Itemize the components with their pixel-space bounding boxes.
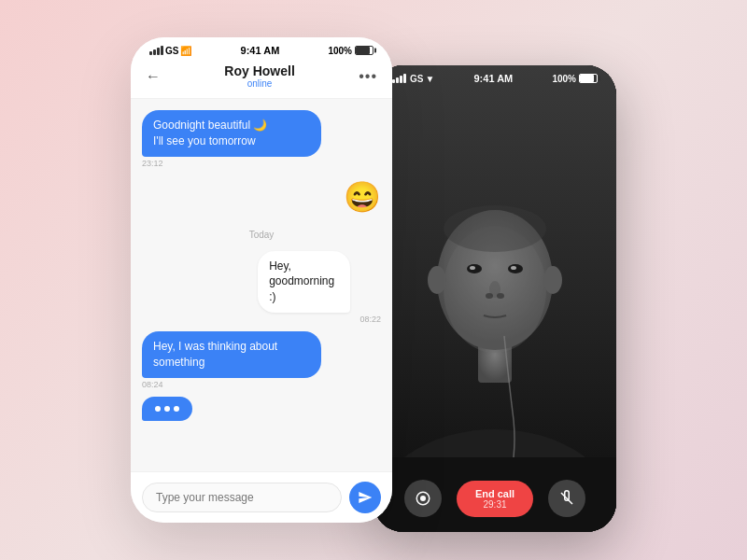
chat-header: ← Roy Howell online ••• <box>131 56 392 99</box>
person-video-svg <box>374 65 616 532</box>
message-timestamp-1: 23:12 <box>142 159 381 168</box>
end-call-label: End call <box>475 488 514 499</box>
typing-dot-1 <box>155 406 161 412</box>
typing-dot-3 <box>174 406 179 412</box>
video-signal-icon <box>392 74 406 83</box>
video-wifi-icon: ▼ <box>425 74 434 84</box>
message-bubble-sent-1: Goodnight beautiful 🌙I'll see you tomorr… <box>142 110 381 172</box>
camera-icon <box>415 490 431 507</box>
video-controls: End call 29:31 <box>374 480 616 517</box>
message-text-sent-2: Hey, I was thinking about something <box>142 331 321 378</box>
mute-icon <box>558 490 575 507</box>
chat-phone: GS 📶 9:41 AM 100% ← Roy Howell online ••… <box>131 37 392 523</box>
svg-point-15 <box>543 266 562 294</box>
wifi-icon: 📶 <box>180 46 191 56</box>
chat-messages: Goodnight beautiful 🌙I'll see you tomorr… <box>131 99 392 471</box>
video-battery-percent: 100% <box>552 74 576 84</box>
video-network-label: GS <box>410 74 423 84</box>
svg-point-16 <box>444 205 546 252</box>
chat-status-bar: GS 📶 9:41 AM 100% <box>131 37 392 56</box>
message-text-received-1: Hey, goodmorning :) <box>258 251 350 313</box>
typing-indicator <box>142 397 192 421</box>
video-status-bar: GS ▼ 9:41 AM 100% <box>374 65 616 91</box>
svg-point-18 <box>420 496 426 501</box>
battery-fill <box>356 47 370 54</box>
emoji-reaction: 😄 <box>344 179 381 215</box>
message-timestamp-sent-2: 08:24 <box>142 380 381 389</box>
send-icon <box>358 490 373 505</box>
status-right: 100% <box>328 46 374 56</box>
svg-point-13 <box>497 293 504 299</box>
video-battery-fill <box>580 75 594 82</box>
message-text-sent-1: Goodnight beautiful 🌙I'll see you tomorr… <box>142 110 321 157</box>
typing-dot-2 <box>164 406 170 412</box>
video-status-time: 9:41 AM <box>474 73 514 84</box>
contact-status: online <box>224 78 294 89</box>
message-bubble-received-1: Hey, goodmorning :) 08:22 <box>258 251 381 328</box>
battery-percent: 100% <box>328 46 352 56</box>
video-phone: GS ▼ 9:41 AM 100% <box>374 65 616 532</box>
video-status-right: 100% <box>552 74 598 84</box>
video-battery-icon <box>579 74 598 83</box>
end-call-button[interactable]: End call 29:31 <box>457 481 533 517</box>
svg-point-9 <box>470 266 475 270</box>
camera-button[interactable] <box>404 480 442 517</box>
svg-point-12 <box>486 293 493 299</box>
end-call-timer: 29:31 <box>483 499 506 510</box>
date-divider: Today <box>142 230 381 240</box>
send-button[interactable] <box>349 482 381 513</box>
video-status-left: GS ▼ <box>392 74 434 84</box>
back-button[interactable]: ← <box>146 68 161 85</box>
signal-icon <box>149 46 163 55</box>
network-label: GS <box>165 46 178 56</box>
message-bubble-sent-2: Hey, I was thinking about something 08:2… <box>142 331 381 393</box>
svg-line-19 <box>561 493 572 504</box>
svg-point-10 <box>511 266 516 270</box>
message-timestamp-received-1: 08:22 <box>258 315 381 324</box>
status-left: GS 📶 <box>149 46 191 56</box>
svg-point-14 <box>428 266 446 294</box>
message-input[interactable] <box>142 483 342 512</box>
contact-name: Roy Howell <box>224 63 294 78</box>
phones-container: GS 📶 9:41 AM 100% ← Roy Howell online ••… <box>131 28 616 532</box>
video-background <box>374 65 616 532</box>
more-options-button[interactable]: ••• <box>359 68 377 85</box>
mute-button[interactable] <box>548 480 585 517</box>
chat-input-area <box>131 471 392 523</box>
battery-icon <box>355 46 374 55</box>
status-time: 9:41 AM <box>241 45 280 56</box>
header-center: Roy Howell online <box>224 63 294 89</box>
